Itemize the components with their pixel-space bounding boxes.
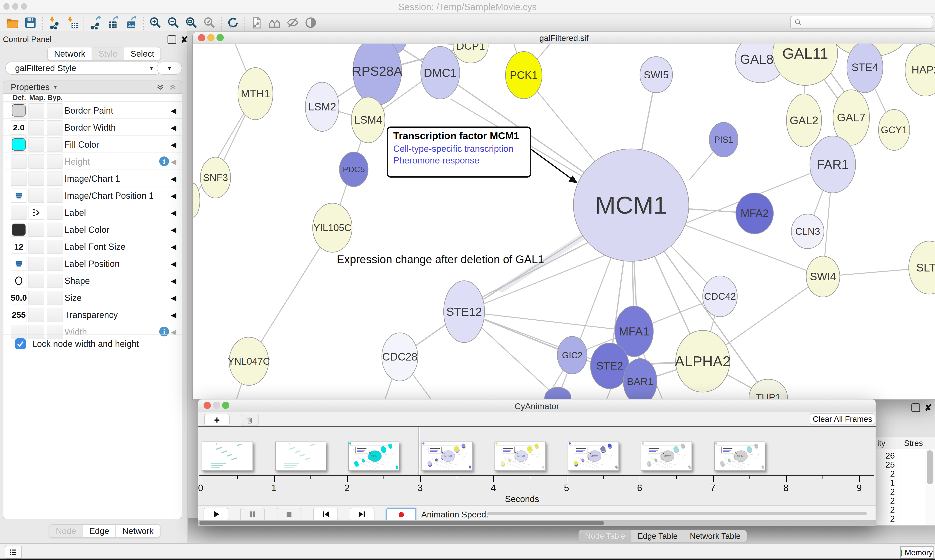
expand-property-icon[interactable]: ◀ (171, 294, 176, 302)
node-ALPHA2[interactable] (676, 330, 730, 392)
table-cell[interactable]: 2 (875, 469, 895, 478)
export-table-icon[interactable] (105, 15, 123, 31)
network-canvas[interactable]: DCP1RPS28ADMC1PCK1SWI5GAL80GAL11STE4HAP2… (193, 43, 935, 400)
node-PDC5[interactable] (339, 152, 368, 186)
byp-cell[interactable] (47, 257, 63, 271)
map-cell[interactable] (28, 189, 44, 203)
node-CLN3[interactable] (792, 214, 824, 249)
cyanimator-titlebar[interactable]: CyAnimator (198, 400, 876, 412)
property-row-label-position[interactable]: Label Position◀ (3, 255, 182, 272)
def-cell[interactable]: 255 (11, 308, 27, 322)
float-panel-icon[interactable] (911, 403, 920, 412)
close-panel-icon[interactable]: ✘ (924, 404, 932, 411)
byp-cell[interactable] (47, 206, 63, 220)
expand-property-icon[interactable]: ◀ (171, 174, 176, 183)
byp-cell[interactable] (47, 103, 63, 117)
table-cell[interactable]: 2 (875, 496, 895, 506)
expand-property-icon[interactable]: ◀ (171, 157, 176, 166)
byp-cell[interactable] (47, 291, 63, 305)
close-panel-icon[interactable]: ✘ (181, 36, 188, 43)
node-YNL047C[interactable] (229, 337, 268, 385)
node-GCY1[interactable] (878, 109, 910, 150)
table-cell[interactable]: 2 (875, 487, 895, 497)
table-cell[interactable]: 2 (875, 505, 895, 514)
node-LSM4[interactable] (351, 97, 385, 143)
def-cell[interactable] (11, 274, 27, 288)
zoom-in-icon[interactable] (147, 15, 164, 31)
expand-property-icon[interactable]: ◀ (171, 226, 176, 234)
column-header[interactable]: ity (877, 438, 885, 448)
export-network-icon[interactable] (87, 15, 105, 31)
property-row-height[interactable]: Heighti◀ (3, 152, 182, 169)
def-cell[interactable]: 50.0 (11, 291, 27, 305)
frame-thumbnail-4[interactable]: MCM1 (495, 442, 546, 471)
frame-thumbnail-1[interactable] (275, 442, 326, 471)
node-MTH1[interactable] (238, 68, 273, 120)
node-LSM2[interactable] (305, 82, 339, 131)
node-GAL11[interactable] (773, 43, 838, 85)
memory-button[interactable]: Memory (900, 546, 933, 559)
map-cell[interactable] (28, 240, 44, 254)
expand-property-icon[interactable]: ◀ (171, 106, 176, 115)
stop-button[interactable] (276, 508, 301, 521)
speed-slider[interactable] (487, 512, 867, 515)
frame-thumbnail-5[interactable]: MCM1 (568, 442, 619, 471)
tab-network[interactable]: Network (48, 48, 92, 60)
property-row-label-font-size[interactable]: 12Label Font Size◀ (3, 238, 182, 255)
homes-icon[interactable] (265, 15, 284, 31)
property-row-border-paint[interactable]: Border Paint◀ (3, 102, 182, 118)
node-SWI5[interactable] (640, 57, 673, 93)
collapse-all-icon[interactable] (156, 83, 165, 91)
map-cell[interactable] (28, 137, 44, 152)
frame-thumbnail-0[interactable] (202, 442, 253, 471)
property-row-label-color[interactable]: Label Color◀ (3, 221, 182, 238)
byp-cell[interactable] (47, 189, 63, 203)
expand-property-icon[interactable]: ◀ (171, 311, 176, 319)
info-icon[interactable]: i (159, 157, 169, 166)
annotation-link[interactable]: Pheromone response (393, 155, 525, 166)
expand-all-icon[interactable] (168, 83, 177, 91)
byp-cell[interactable] (47, 137, 63, 152)
contrast-icon[interactable] (302, 15, 320, 31)
node-DMC1[interactable] (421, 46, 460, 99)
add-frame-button[interactable]: + (204, 414, 230, 426)
byp-cell[interactable] (47, 171, 63, 186)
property-row-fill-color[interactable]: Fill Color◀ (3, 135, 182, 152)
def-cell[interactable] (11, 223, 27, 237)
export-image-icon[interactable] (123, 15, 141, 31)
frame-thumbnail-6[interactable]: MCM1 (641, 442, 692, 471)
pause-button[interactable] (240, 508, 265, 521)
timeline-playhead[interactable] (418, 427, 419, 475)
style-options-button[interactable]: ▼ (157, 62, 182, 75)
tab-node[interactable]: Node (49, 525, 83, 537)
column-header[interactable]: Stres (904, 438, 923, 448)
table-cell[interactable]: 26 (875, 451, 895, 460)
map-cell[interactable] (28, 206, 44, 220)
byp-cell[interactable] (47, 274, 63, 288)
table-cell[interactable]: 25 (875, 460, 895, 469)
byp-cell[interactable] (47, 240, 63, 254)
node-SLT2[interactable] (909, 241, 935, 294)
clear-all-frames-button[interactable]: Clear All Frames (810, 413, 875, 425)
expand-property-icon[interactable]: ◀ (171, 260, 176, 268)
node-GAL2[interactable] (787, 94, 822, 147)
frame-thumbnail-7[interactable]: MCM1 (714, 442, 765, 471)
float-panel-icon[interactable] (168, 35, 176, 44)
property-row-image-chart-1[interactable]: Image/Chart 1◀ (3, 169, 182, 186)
properties-header[interactable]: Properties ▼ (3, 81, 182, 94)
node-RPS28A[interactable] (353, 43, 401, 105)
node-STE12[interactable] (444, 281, 484, 343)
skip-start-button[interactable] (313, 508, 338, 521)
annotation-box[interactable]: Transcription factor MCM1 Cell-type-spec… (387, 126, 531, 178)
network-file-icon[interactable] (248, 15, 265, 31)
tab-edge-table[interactable]: Edge Table (632, 530, 684, 542)
delete-frame-button[interactable] (241, 414, 259, 426)
property-row-label[interactable]: Label◀ (3, 204, 182, 221)
record-button[interactable] (386, 508, 417, 522)
byp-cell[interactable] (47, 308, 63, 322)
open-folder-icon[interactable] (3, 15, 22, 31)
def-cell[interactable]: 2.0 (11, 120, 27, 134)
node-TUP1[interactable] (749, 379, 787, 400)
zoom-fit-icon[interactable] (182, 15, 201, 31)
play-button[interactable] (204, 508, 228, 521)
